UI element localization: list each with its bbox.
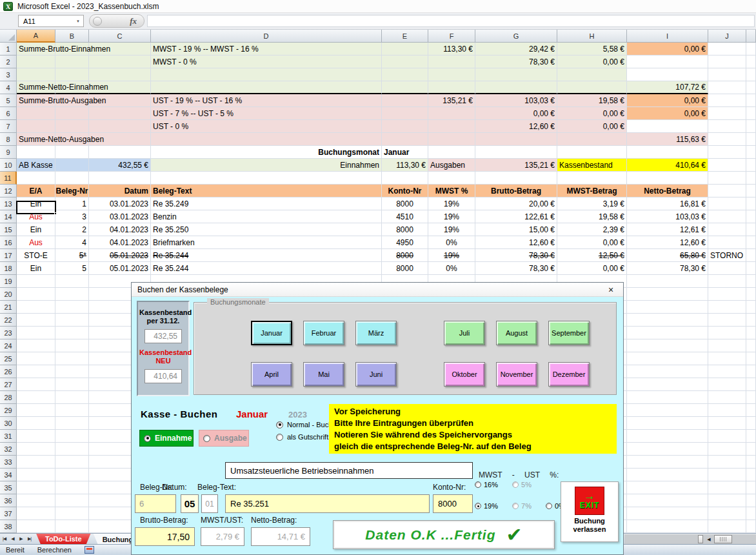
month-button-märz[interactable]: März [355, 321, 397, 345]
cell-J31[interactable] [708, 430, 746, 443]
cell-A3[interactable] [17, 68, 55, 81]
cell-H16[interactable]: 0,00 € [557, 236, 627, 249]
cell-J26[interactable] [708, 365, 746, 378]
cell-E11[interactable] [382, 172, 428, 185]
name-box-dropdown-icon[interactable]: ▼ [76, 19, 83, 23]
cell-E17[interactable]: 8000 [382, 249, 428, 262]
row-header-13[interactable]: 13 [0, 197, 17, 210]
cell-J18[interactable] [708, 262, 746, 275]
cell-A11[interactable] [17, 172, 55, 185]
cell-D3[interactable] [151, 68, 382, 81]
cell-I9[interactable] [627, 146, 708, 159]
cell-K16[interactable] [746, 236, 756, 249]
cell-J6[interactable] [708, 107, 746, 120]
row-header-5[interactable]: 5 [0, 94, 17, 107]
cell-D6[interactable]: UST - 7 % -- UST - 5 % [151, 107, 382, 120]
cell-D15[interactable]: Re 35.250 [151, 223, 382, 236]
cell-A1[interactable]: Summe-Brutto-Einnahmen [17, 43, 55, 56]
cell-J4[interactable] [708, 81, 746, 94]
cell-F11[interactable] [428, 172, 475, 185]
cell-H4[interactable] [557, 81, 627, 94]
cell-A24[interactable] [17, 339, 55, 352]
cell-I16[interactable]: 12,60 € [627, 236, 708, 249]
cell-I1[interactable]: 0,00 € [627, 43, 708, 56]
cell-I25[interactable] [627, 352, 708, 365]
cell-H6[interactable]: 0,00 € [557, 107, 627, 120]
cell-F15[interactable]: 19% [428, 223, 475, 236]
cell-K15[interactable] [746, 223, 756, 236]
row-header-1[interactable]: 1 [0, 43, 17, 56]
month-button-august[interactable]: August [496, 321, 537, 345]
row-header-16[interactable]: 16 [0, 236, 17, 249]
status-calc-mode[interactable]: Berechnen [37, 546, 72, 554]
cell-K12[interactable] [746, 185, 756, 197]
cell-G18[interactable]: 78,30 € [475, 262, 557, 275]
cell-K25[interactable] [746, 352, 756, 365]
cell-K3[interactable] [746, 68, 756, 81]
cell-I3[interactable] [627, 68, 708, 81]
cell-E9[interactable]: Januar [382, 146, 428, 159]
cell-J38[interactable] [708, 520, 746, 533]
cell-A28[interactable] [17, 391, 55, 404]
cell-F8[interactable] [428, 133, 475, 146]
active-cell-selection[interactable] [16, 201, 56, 214]
cell-H15[interactable]: 2,39 € [557, 223, 627, 236]
cell-D1[interactable]: MWST - 19 % -- MWST - 16 % [151, 43, 382, 56]
cell-C11[interactable] [89, 172, 151, 185]
cell-H18[interactable]: 0,00 € [557, 262, 627, 275]
cell-K17[interactable] [746, 249, 756, 262]
cell-D11[interactable] [151, 172, 382, 185]
cell-J20[interactable] [708, 288, 746, 301]
daten-ok-button[interactable]: Daten O.K ...Fertig ✔ [333, 520, 555, 549]
konto-nr-field[interactable]: 8000 [433, 494, 473, 513]
cell-C6[interactable] [89, 107, 151, 120]
cell-A37[interactable] [17, 507, 55, 520]
cell-D9[interactable]: Buchungsmonat [151, 146, 382, 159]
cell-G14[interactable]: 122,61 € [475, 210, 557, 223]
cell-A5[interactable]: Summe-Brutto-Ausgaben [17, 94, 55, 107]
cell-J3[interactable] [708, 68, 746, 81]
month-button-april[interactable]: April [251, 362, 292, 387]
cell-K4[interactable] [746, 81, 756, 94]
sheet-tab-todo-liste[interactable]: ToDo-Liste [36, 534, 91, 545]
cell-K1[interactable] [746, 43, 756, 56]
cell-I2[interactable] [627, 56, 708, 68]
row-header-28[interactable]: 28 [0, 391, 17, 404]
cell-G6[interactable]: 0,00 € [475, 107, 557, 120]
cell-J11[interactable] [708, 172, 746, 185]
cell-J16[interactable] [708, 236, 746, 249]
cell-G15[interactable]: 15,00 € [475, 223, 557, 236]
cell-G11[interactable] [475, 172, 557, 185]
cell-I31[interactable] [627, 430, 708, 443]
next-sheet-icon[interactable]: ▶ [17, 536, 25, 541]
cell-I12[interactable]: Netto-Betrag [627, 185, 708, 197]
cell-E7[interactable] [382, 120, 428, 133]
cell-E6[interactable] [382, 107, 428, 120]
cell-I14[interactable]: 103,03 € [627, 210, 708, 223]
cell-E8[interactable] [382, 133, 428, 146]
cell-K29[interactable] [746, 404, 756, 417]
cell-I18[interactable]: 78,30 € [627, 262, 708, 275]
cell-A16[interactable]: Aus [17, 236, 55, 249]
cell-E5[interactable] [382, 94, 428, 107]
cell-G5[interactable]: 103,03 € [475, 94, 557, 107]
row-header-36[interactable]: 36 [0, 494, 17, 507]
column-header-H[interactable]: H [557, 30, 627, 43]
cell-B9[interactable] [55, 146, 89, 159]
cell-B12[interactable]: Beleg-Nr [55, 185, 89, 197]
cell-I6[interactable]: 0,00 € [627, 107, 708, 120]
cell-J37[interactable] [708, 507, 746, 520]
row-header-18[interactable]: 18 [0, 262, 17, 275]
cell-I37[interactable] [627, 507, 708, 520]
cell-G7[interactable]: 12,60 € [475, 120, 557, 133]
cell-D5[interactable]: UST - 19 % -- UST - 16 % [151, 94, 382, 107]
row-header-8[interactable]: 8 [0, 133, 17, 146]
brutto-field[interactable]: 17,50 [135, 527, 195, 546]
cell-B35[interactable] [55, 481, 89, 494]
cell-D4[interactable] [151, 81, 382, 94]
cell-J2[interactable] [708, 56, 746, 68]
row-header-34[interactable]: 34 [0, 469, 17, 481]
cell-E1[interactable] [382, 43, 428, 56]
cell-C10[interactable]: 432,55 € [89, 159, 151, 172]
cell-C12[interactable]: Datum [89, 185, 151, 197]
